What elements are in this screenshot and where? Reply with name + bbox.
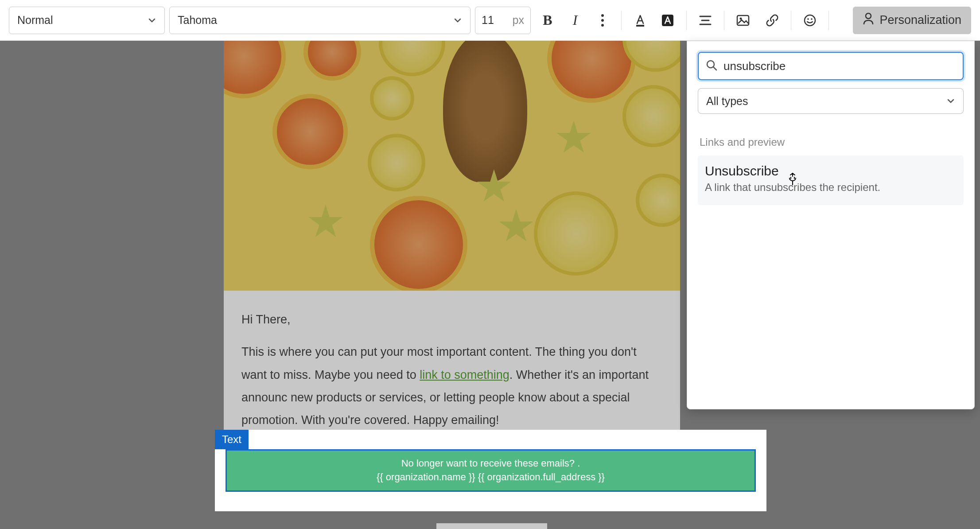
toolbar-divider <box>791 11 791 30</box>
block-handle[interactable] <box>436 523 547 529</box>
toolbar-divider <box>724 11 724 30</box>
type-filter-value: All types <box>706 95 748 108</box>
text-format-group: B I <box>535 8 615 33</box>
alignment-button[interactable] <box>693 8 718 33</box>
results-section-label: Links and preview <box>698 136 964 148</box>
more-formatting-button[interactable] <box>590 8 615 33</box>
insert-link-button[interactable] <box>760 8 785 33</box>
chevron-down-icon <box>453 16 462 25</box>
type-filter-dropdown[interactable]: All types <box>698 88 964 114</box>
bold-button[interactable]: B <box>535 8 560 33</box>
insert-image-button[interactable] <box>731 8 755 33</box>
footer-line1: No longer want to receive these emails? … <box>236 457 746 471</box>
italic-button[interactable]: I <box>563 8 587 33</box>
svg-point-2 <box>601 24 604 27</box>
svg-point-13 <box>866 13 871 19</box>
text-color-button[interactable] <box>628 8 653 33</box>
editor-toolbar: Normal Tahoma 11 px B I <box>0 0 980 41</box>
search-input[interactable] <box>723 59 956 73</box>
font-size-value: 11 <box>482 14 494 27</box>
block-type-label: Text <box>215 430 249 449</box>
footer-text-box[interactable]: No longer want to receive these emails? … <box>226 449 756 492</box>
selected-text-block[interactable]: Text No longer want to receive these ema… <box>215 430 766 511</box>
toolbar-divider <box>686 11 687 30</box>
font-family-dropdown[interactable]: Tahoma <box>169 7 471 34</box>
toolbar-divider <box>621 11 622 30</box>
footer-line2: {{ organization.name }} {{ organization.… <box>236 471 746 484</box>
personalization-button[interactable]: Personalization <box>853 7 971 34</box>
svg-line-15 <box>713 67 716 70</box>
font-size-input[interactable]: 11 px <box>475 7 531 34</box>
personalization-label: Personalization <box>879 13 961 27</box>
font-size-unit: px <box>513 14 524 27</box>
chevron-down-icon <box>946 97 955 105</box>
toolbar-divider <box>828 11 829 30</box>
svg-point-0 <box>601 14 604 17</box>
svg-point-11 <box>807 18 809 20</box>
svg-point-12 <box>811 18 813 20</box>
person-icon <box>863 12 874 28</box>
paragraph-style-dropdown[interactable]: Normal <box>9 7 165 34</box>
font-family-value: Tahoma <box>178 14 217 27</box>
chevron-down-icon <box>148 16 156 25</box>
search-icon <box>706 59 717 73</box>
paragraph-style-value: Normal <box>17 14 53 27</box>
cursor-icon <box>786 172 799 189</box>
svg-point-10 <box>805 15 815 26</box>
personalization-search[interactable] <box>698 52 964 80</box>
background-color-button[interactable] <box>655 8 680 33</box>
emoji-button[interactable] <box>797 8 822 33</box>
result-title: Unsubscribe <box>705 163 957 179</box>
color-group <box>628 8 680 33</box>
result-unsubscribe[interactable]: Unsubscribe A link that unsubscribes the… <box>698 156 964 205</box>
personalization-panel: All types Links and preview Unsubscribe … <box>687 41 975 409</box>
svg-rect-3 <box>636 25 644 27</box>
svg-rect-8 <box>737 16 749 25</box>
svg-point-1 <box>601 19 604 22</box>
result-description: A link that unsubscribes the recipient. <box>705 181 957 194</box>
